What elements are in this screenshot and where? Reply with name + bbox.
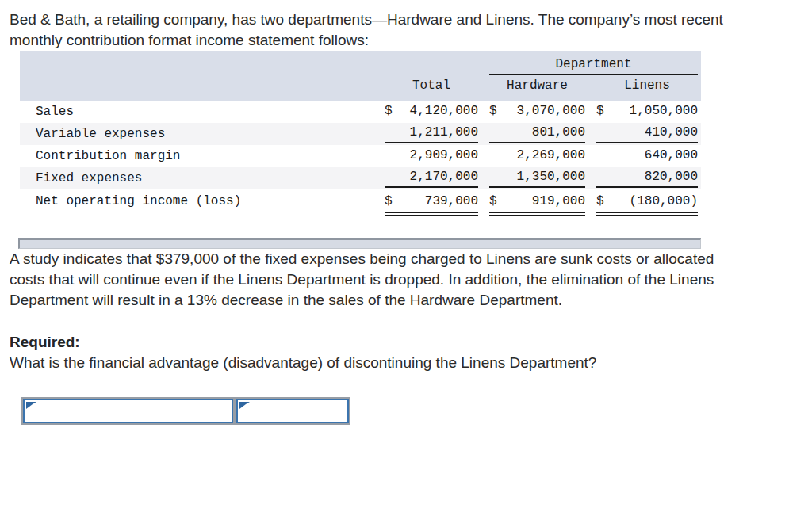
table-row-variable-expenses: Variable expenses 1,211,000 801,000 410,… (20, 123, 701, 145)
column-header-linens: Linens (596, 78, 698, 93)
table-row-contribution-margin: Contribution margin 2,909,000 2,269,000 … (20, 145, 701, 167)
amount-cell: 1,350,000 (489, 170, 585, 188)
amount-cell: 640,000 (596, 148, 698, 165)
amount-cell: 410,000 (596, 125, 698, 143)
amount-value: 1,050,000 (630, 104, 698, 119)
currency-symbol (385, 170, 393, 185)
currency-symbol (489, 125, 497, 140)
currency-symbol (596, 148, 604, 163)
amount-value: 2,170,000 (410, 170, 478, 185)
column-header-row: Total Hardware Linens (20, 75, 701, 96)
currency-symbol (385, 125, 393, 140)
currency-symbol (596, 170, 604, 185)
required-heading: Required: (10, 332, 812, 353)
amount-cell: $3,070,000 (489, 104, 585, 120)
table-header: Department Total Hardware Linens (20, 51, 701, 101)
amount-value: 3,070,000 (517, 104, 585, 119)
intro-paragraph: Bed & Bath, a retailing company, has two… (10, 10, 727, 51)
amount-value: 2,909,000 (410, 148, 478, 163)
currency-symbol: $ (596, 194, 604, 209)
exercise-page: Bed & Bath, a retailing company, has two… (0, 0, 812, 423)
answer-description-cell[interactable] (23, 399, 233, 423)
table-row-sales: Sales $4,120,000 $3,070,000 $1,050,000 (20, 101, 701, 123)
table-row-fixed-expenses: Fixed expenses 2,170,000 1,350,000 820,0… (20, 167, 701, 189)
row-label: Sales (20, 105, 385, 119)
answer-description-input[interactable] (25, 400, 232, 422)
row-label: Net operating income (loss) (20, 194, 385, 208)
answer-amount-input[interactable] (238, 400, 347, 422)
currency-symbol: $ (489, 194, 497, 209)
amount-value: 820,000 (645, 170, 698, 185)
amount-value: 410,000 (645, 125, 698, 140)
amount-cell: 2,269,000 (489, 148, 585, 165)
amount-cell: $1,050,000 (596, 104, 698, 120)
amount-cell: $739,000 (385, 194, 478, 213)
department-spanner-row: Department (20, 56, 701, 75)
amount-cell: $919,000 (489, 194, 585, 213)
amount-value: (180,000) (630, 194, 698, 209)
currency-symbol: $ (385, 104, 393, 119)
amount-cell: 2,909,000 (385, 148, 478, 165)
required-question: What is the financial advantage (disadva… (10, 353, 727, 373)
currency-symbol: $ (489, 104, 497, 119)
amount-value: 1,350,000 (517, 170, 585, 185)
amount-value: 640,000 (645, 148, 698, 163)
amount-value: 2,269,000 (517, 148, 585, 163)
table-row-net-operating-income: Net operating income (loss) $739,000 $91… (20, 189, 701, 227)
study-paragraph: A study indicates that $379,000 of the f… (10, 249, 727, 311)
column-header-hardware: Hardware (489, 78, 585, 93)
amount-cell: 801,000 (489, 125, 585, 143)
column-header-total: Total (385, 78, 478, 93)
amount-cell: 1,211,000 (385, 125, 478, 143)
horizontal-scrollbar[interactable] (18, 238, 701, 249)
currency-symbol (489, 170, 497, 185)
amount-value: 801,000 (532, 125, 585, 140)
income-statement-table: Department Total Hardware Linens Sales $… (20, 51, 701, 227)
department-spanner-header: Department (489, 57, 698, 75)
currency-symbol: $ (596, 104, 604, 119)
currency-symbol (489, 148, 497, 163)
amount-cell: $(180,000) (596, 194, 698, 213)
currency-symbol: $ (385, 194, 393, 209)
amount-value: 4,120,000 (410, 104, 478, 119)
answer-amount-cell[interactable] (236, 399, 349, 423)
amount-value: 739,000 (425, 194, 478, 209)
amount-value: 1,211,000 (410, 125, 478, 140)
row-label: Fixed expenses (20, 171, 385, 185)
amount-cell: $4,120,000 (385, 104, 478, 120)
currency-symbol (596, 125, 604, 140)
amount-value: 919,000 (532, 194, 585, 209)
answer-row (23, 399, 812, 423)
amount-cell: 820,000 (596, 170, 698, 188)
currency-symbol (385, 148, 393, 163)
row-label: Contribution margin (20, 149, 385, 163)
amount-cell: 2,170,000 (385, 170, 478, 188)
row-label: Variable expenses (20, 127, 385, 141)
